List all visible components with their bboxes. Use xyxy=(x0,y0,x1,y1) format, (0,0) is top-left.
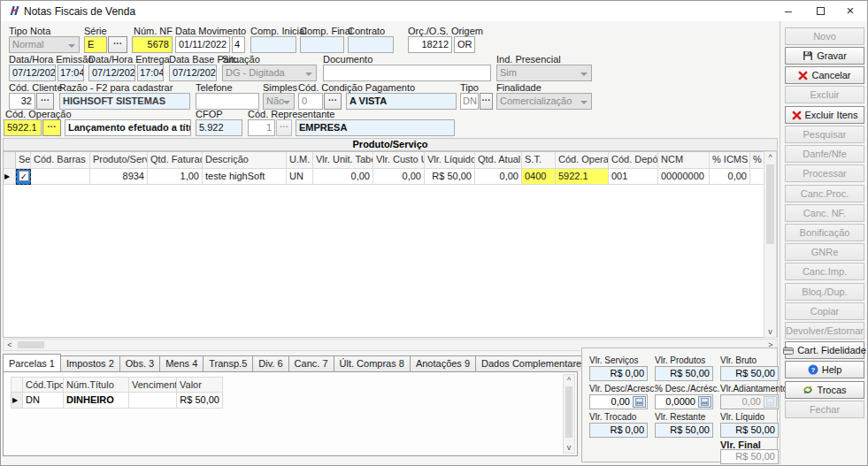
col-num-titulo[interactable]: Núm.Título xyxy=(64,377,129,393)
pct-desc-acresc-input[interactable]: 0,0000 xyxy=(655,394,713,409)
col-qtd-faturada[interactable]: Qtd. Faturada xyxy=(148,152,203,169)
scroll-left-icon[interactable]: < xyxy=(5,340,14,349)
simples-select[interactable]: Não xyxy=(263,93,295,110)
cell-ncm[interactable]: 00000000 xyxy=(658,169,710,185)
data-base-parc-input[interactable]: 07/12/2022 xyxy=(169,65,217,81)
cod-cliente-input[interactable]: 32 xyxy=(9,93,35,110)
cell-um[interactable]: UN xyxy=(287,169,313,185)
comp-final-input[interactable] xyxy=(300,36,344,53)
copiar-button[interactable]: Copiar xyxy=(785,302,864,320)
hora-emissao-input[interactable]: 17:04 xyxy=(58,65,84,81)
col-vlr-liquido[interactable]: Vlr. Líquido xyxy=(425,152,475,169)
trocas-button[interactable]: Trocas xyxy=(785,381,864,399)
hscroll-thumb[interactable] xyxy=(18,341,44,348)
product-row[interactable]: ▶ ✓ 8934 1,00 teste highSoft UN 0,00 0,0… xyxy=(4,169,765,185)
col-vlr-custo-unit[interactable]: Vlr. Custo Unit. xyxy=(373,152,425,169)
comp-inicial-input[interactable] xyxy=(250,36,296,53)
cell-vlr-liquido[interactable]: R$ 50,00 xyxy=(425,169,475,185)
data-movimento-dia-input[interactable]: 4 xyxy=(232,36,245,53)
canc-nf-button[interactable]: Canc. NF. xyxy=(785,204,864,222)
scroll-down-icon[interactable]: v xyxy=(764,327,776,336)
tab-ult-compras[interactable]: Últ. Compras 8 xyxy=(334,355,411,371)
cell-produto[interactable]: 8934 xyxy=(90,169,148,185)
cell-cod-deposito[interactable]: 001 xyxy=(609,169,658,185)
tab-impostos[interactable]: Impostos 2 xyxy=(60,355,120,371)
parcela-row[interactable]: ▶ DN DINHEIRO R$ 50,00 xyxy=(11,393,223,409)
scroll-down-icon[interactable]: v xyxy=(564,443,574,452)
cell-num-titulo[interactable]: DINHEIRO xyxy=(64,393,129,409)
cell-qtd-faturada[interactable]: 1,00 xyxy=(148,169,203,185)
vscroll-thumb[interactable] xyxy=(766,164,774,244)
cell-cod-tipo[interactable]: DN xyxy=(23,393,64,409)
telefone-input[interactable] xyxy=(196,93,259,110)
tab-canc[interactable]: Canc. 7 xyxy=(288,355,334,371)
col-st[interactable]: S.T. xyxy=(522,152,556,169)
orc-origem-tipo-input[interactable]: OR xyxy=(454,36,475,53)
serie-input[interactable]: E xyxy=(84,36,107,53)
num-nf-input[interactable]: 5678 xyxy=(132,36,173,53)
tipo-input[interactable]: DN xyxy=(460,93,479,110)
pesquisar-button[interactable]: Pesquisar xyxy=(785,126,864,143)
cell-vlr-unit-tabela[interactable]: 0,00 xyxy=(313,169,373,185)
tab-mens[interactable]: Mens 4 xyxy=(159,355,204,371)
product-grid-vscrollbar[interactable]: ^ v xyxy=(764,151,777,338)
cell-valor[interactable]: R$ 50,00 xyxy=(177,393,223,409)
danfe-nfe-button[interactable]: Danfe/Nfe xyxy=(785,145,864,163)
close-button[interactable]: × xyxy=(835,1,865,21)
tab-parcelas[interactable]: Parcelas 1 xyxy=(3,354,61,371)
gnre-button[interactable]: GNRe xyxy=(785,243,864,261)
col-valor[interactable]: Valor xyxy=(177,377,223,393)
product-grid[interactable]: Sel. Cód. Barras Produto/Serviço Qtd. Fa… xyxy=(3,151,778,338)
bloq-dup-button[interactable]: Bloq./Dup. xyxy=(785,283,864,301)
col-cod-deposito[interactable]: Cód. Depósito xyxy=(609,152,658,169)
col-cod-tipo[interactable]: Cód.Tipo xyxy=(23,377,64,393)
cod-operacao-browse-button[interactable]: ··· xyxy=(42,119,61,136)
excluir-itens-button[interactable]: Excluir Itens xyxy=(785,106,864,124)
col-cod-operacao[interactable]: Cód. Operação xyxy=(556,152,609,169)
col-produto-servico[interactable]: Produto/Serviço xyxy=(90,152,148,169)
razao-input[interactable]: HIGHSOFT SISTEMAS xyxy=(59,93,190,110)
parcelas-vscrollbar[interactable]: ^ v xyxy=(563,374,575,454)
cell-st[interactable]: 0400 xyxy=(522,169,556,185)
cell-vlr-custo-unit[interactable]: 0,00 xyxy=(373,169,425,185)
parcelas-grid[interactable]: Cód.Tipo Núm.Título Vencimento Valor ▶ D… xyxy=(11,377,223,409)
checkbox-checked-icon[interactable]: ✓ xyxy=(19,171,29,181)
cell-cod-barras[interactable] xyxy=(31,169,90,185)
col-descricao[interactable]: Descrição xyxy=(203,152,287,169)
cart-fidelidade-button[interactable]: Cart. Fidelidade xyxy=(785,341,864,359)
cfop-input[interactable]: 5.922 xyxy=(196,119,242,136)
canc-proc-button[interactable]: Canc.Proc. xyxy=(785,185,864,202)
data-entrega-input[interactable]: 07/12/2022 xyxy=(88,65,135,81)
col-cod-barras[interactable]: Cód. Barras xyxy=(31,152,90,169)
serie-browse-button[interactable]: ··· xyxy=(108,36,127,53)
tipo-browse-button[interactable]: ··· xyxy=(480,93,493,110)
cond-pagamento-browse-button[interactable]: ··· xyxy=(324,93,342,110)
cell-vencimento[interactable] xyxy=(129,393,177,409)
situacao-select[interactable]: DG - Digitada xyxy=(222,65,317,81)
canc-imp-button[interactable]: Canc.Imp. xyxy=(785,263,864,280)
tab-transp[interactable]: Transp.5 xyxy=(203,355,253,371)
scroll-up-icon[interactable]: ^ xyxy=(764,153,776,162)
col-sel[interactable]: Sel. xyxy=(16,152,31,169)
scroll-up-icon[interactable]: ^ xyxy=(564,376,574,385)
cell-descricao[interactable]: teste highSoft xyxy=(203,169,287,185)
bonificacao-button[interactable]: Bonificação xyxy=(785,224,864,241)
tab-obs[interactable]: Obs. 3 xyxy=(119,355,160,371)
excluir-button[interactable]: Excluir xyxy=(785,86,864,103)
cod-representante-browse-button[interactable]: ··· xyxy=(276,119,292,136)
vscroll-thumb[interactable] xyxy=(565,386,572,438)
col-qtd-atual[interactable]: Qtd. Atual xyxy=(475,152,522,169)
cell-cod-operacao[interactable]: 5922.1 xyxy=(556,169,609,185)
cell-icms[interactable]: 0,00 xyxy=(710,169,750,185)
gravar-button[interactable]: Gravar xyxy=(785,47,864,65)
orc-origem-input[interactable]: 18212 xyxy=(408,36,452,53)
cell-qtd-atual[interactable]: 0,00 xyxy=(475,169,522,185)
col-vlr-unit-tabela[interactable]: Vlr. Unit. Tabela xyxy=(313,152,373,169)
help-button[interactable]: ?Help xyxy=(785,361,864,378)
hora-entrega-input[interactable]: 17:04 xyxy=(137,65,164,81)
data-movimento-input[interactable]: 01/11/2022 xyxy=(175,36,230,53)
tipo-nota-select[interactable]: Normal xyxy=(9,36,80,53)
col-vencimento[interactable]: Vencimento xyxy=(129,377,177,393)
devolver-estornar-button[interactable]: Devolver/Estornar xyxy=(785,322,864,340)
contrato-input[interactable] xyxy=(348,36,394,53)
